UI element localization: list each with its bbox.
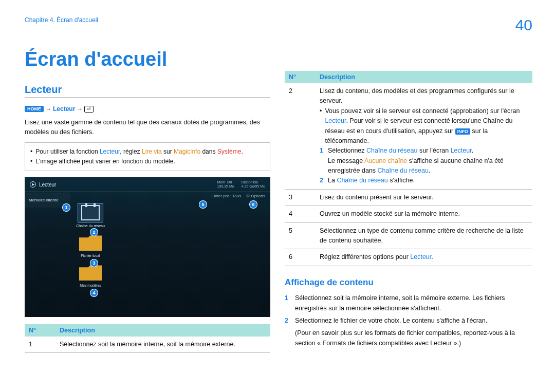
list-item: 1 Sélectionnez soit la mémoire interne, … xyxy=(285,293,532,313)
mem-used-label: Mém. util. xyxy=(217,180,234,184)
breadcrumb: HOME → Lecteur → ⏎ xyxy=(25,105,270,113)
row-desc: Lisez du contenu, des modèles et des pro… xyxy=(316,83,532,189)
table-header-desc: Description xyxy=(316,71,532,83)
breadcrumb-lecteur: Lecteur xyxy=(53,105,75,113)
row-num: 5 xyxy=(285,222,316,249)
r2-lecteur2: Lecteur xyxy=(451,147,472,154)
table-row: 1 Sélectionnez soit la mémoire interne, … xyxy=(25,337,270,353)
callout-6: 6 xyxy=(250,201,257,208)
row-num: 1 xyxy=(25,337,55,353)
disp-label: Disponible xyxy=(242,180,265,184)
tile-label: Mes modèles xyxy=(75,284,106,287)
table-row: 6 Réglez différentes options pour Lecteu… xyxy=(285,249,532,266)
row-desc: Réglez différentes options pour Lecteur. xyxy=(316,249,532,266)
affichage-list: 1 Sélectionnez soit la mémoire interne, … xyxy=(285,293,532,326)
note-box: Pour utiliser la fonction Lecteur, régle… xyxy=(25,142,270,171)
row-num: 2 xyxy=(285,83,316,189)
note-magicinfo: MagicInfo xyxy=(174,148,200,155)
player-screenshot: ▶ Lecteur Mém. util. 199,35 Mo Disponibl… xyxy=(25,177,270,317)
note-line2: L'image affichée peut varier en fonction… xyxy=(35,157,175,166)
table-row: 4 Ouvrez un modèle stocké sur la mémoire… xyxy=(285,206,532,222)
screenshot-title: Lecteur xyxy=(39,182,56,188)
r2-line1: Lisez du contenu, des modèles et des pro… xyxy=(320,86,528,106)
home-button-icon: HOME xyxy=(25,106,44,112)
filter-label: Filtrer par : Tous xyxy=(212,194,242,198)
r2-s1b-text: Le message xyxy=(328,157,364,164)
r2-chaine2: Chaîne du réseau xyxy=(378,167,429,174)
page-number: 40 xyxy=(515,16,532,34)
list-num: 2 xyxy=(285,315,291,326)
page-title: Écran d'accueil xyxy=(25,48,270,70)
tile-label: Chaîne du réseau xyxy=(75,224,106,228)
play-icon: ▶ xyxy=(30,181,36,188)
r2-s2-text: La xyxy=(328,177,337,184)
sidebar-item-memory: Mémoire interne xyxy=(25,196,70,204)
note-text: , réglez xyxy=(120,148,142,155)
subnum-2: 2 xyxy=(320,176,325,185)
r2-s2-text: s'affiche. xyxy=(388,177,415,184)
row-desc: Sélectionnez un type de contenu comme cr… xyxy=(316,222,532,249)
section-heading-lecteur: Lecteur xyxy=(25,84,270,98)
list-note: (Pour en savoir plus sur les formats de … xyxy=(295,328,532,348)
tile-network-channel: Chaîne du réseau xyxy=(75,203,106,228)
subnum-1: 1 xyxy=(320,146,325,176)
r2-chaine: Chaîne du réseau xyxy=(366,147,417,154)
r2-s1b-text: . xyxy=(429,167,430,174)
chapter-label: Chapitre 4. Écran d'accueil xyxy=(25,16,98,24)
arrow-icon: → xyxy=(45,105,51,113)
r6-text: . xyxy=(431,253,433,260)
note-text: . xyxy=(241,148,243,155)
r2-lecteur: Lecteur xyxy=(325,117,346,124)
arrow-icon: → xyxy=(77,105,83,113)
r2-s1-text: . xyxy=(472,147,473,154)
r2-s1-text: Sélectionnez xyxy=(328,147,366,154)
callout-5: 5 xyxy=(199,201,207,208)
r2-aucune: Aucune chaîne xyxy=(364,157,407,164)
table-header-num: N° xyxy=(25,324,55,337)
list-text: Sélectionnez soit la mémoire interne, so… xyxy=(295,293,532,313)
table-header-num: N° xyxy=(285,71,316,83)
r2-bullet-text: Vous pouvez voir si le serveur est conne… xyxy=(325,107,520,115)
table-row: 2 Lisez du contenu, des modèles et des p… xyxy=(285,83,532,189)
table-row: 3 Lisez du contenu présent sur le serveu… xyxy=(285,189,532,206)
intro-text: Lisez une vaste gamme de contenu tel que… xyxy=(25,118,270,137)
tile-label: Fichier local xyxy=(75,254,106,257)
r2-s1-text: sur l'écran xyxy=(417,147,450,154)
row-desc: Sélectionnez soit la mémoire interne, so… xyxy=(55,337,270,353)
row-desc: Lisez du contenu présent sur le serveur. xyxy=(316,189,532,206)
row-num: 3 xyxy=(285,189,316,206)
note-text: dans xyxy=(200,148,217,155)
tile-my-templates: Mes modèles xyxy=(75,263,106,287)
description-table-left: N° Description 1 Sélectionnez soit la mé… xyxy=(25,324,270,353)
list-text: Sélectionnez le fichier de votre choix. … xyxy=(295,315,487,326)
list-num: 1 xyxy=(285,293,291,313)
options-label: Options xyxy=(251,194,265,198)
note-text: sur xyxy=(162,148,174,155)
disp-value: 4,26 Go/95 Mo xyxy=(242,184,265,189)
note-lirevia: Lire via xyxy=(142,148,162,155)
r2-chaine3: Chaîne du réseau xyxy=(337,177,387,184)
note-systeme: Système xyxy=(217,148,242,155)
note-line1-text: Pour utiliser la fonction xyxy=(35,148,100,155)
row-desc: Ouvrez un modèle stocké sur la mémoire i… xyxy=(316,206,532,222)
callout-3: 3 xyxy=(90,259,98,267)
callout-2: 2 xyxy=(90,229,98,236)
info-badge-icon: INFO xyxy=(455,128,471,135)
r6-lecteur: Lecteur xyxy=(410,253,431,260)
subsection-heading: Affichage de contenu xyxy=(285,277,532,288)
table-row: 5 Sélectionnez un type de contenu comme … xyxy=(285,222,532,249)
mem-used-value: 199,35 Mo xyxy=(217,184,234,189)
description-table-right: N° Description 2 Lisez du contenu, des m… xyxy=(285,71,532,266)
row-num: 4 xyxy=(285,206,316,222)
list-item: 2 Sélectionnez le fichier de votre choix… xyxy=(285,315,532,326)
note-lecteur: Lecteur xyxy=(100,148,120,155)
r6-text: Réglez différentes options pour xyxy=(320,253,410,260)
enter-key-icon: ⏎ xyxy=(84,106,94,113)
table-header-desc: Description xyxy=(55,324,270,337)
callout-4: 4 xyxy=(90,289,98,296)
row-num: 6 xyxy=(285,249,316,266)
callout-1: 1 xyxy=(63,204,70,211)
tile-local-file: Fichier local xyxy=(75,233,106,257)
